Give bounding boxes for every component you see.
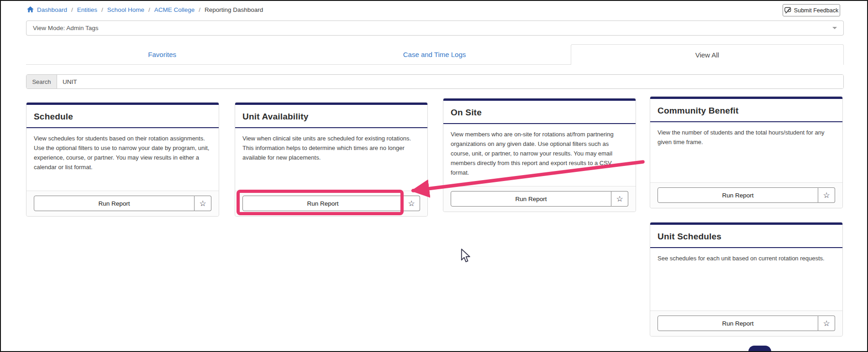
- tab-favorites[interactable]: Favorites: [26, 44, 298, 64]
- breadcrumb-separator: /: [148, 6, 150, 13]
- run-report-button-community-benefit[interactable]: Run Report: [658, 187, 818, 203]
- run-report-button-on-site[interactable]: Run Report: [451, 191, 611, 207]
- view-mode-select[interactable]: View Mode: Admin Tags: [26, 21, 844, 36]
- card-footer: Run Report ☆: [26, 191, 219, 216]
- card-description: View the number of students and the tota…: [650, 122, 842, 182]
- card-description: View when clinical site units are schedu…: [235, 128, 427, 191]
- breadcrumb-separator: /: [101, 6, 103, 13]
- search-label: Search: [26, 75, 57, 88]
- breadcrumb-separator: /: [71, 6, 73, 13]
- breadcrumb-link-entities[interactable]: Entities: [77, 6, 97, 13]
- star-icon: ☆: [616, 194, 623, 204]
- breadcrumb-link-dashboard[interactable]: Dashboard: [37, 6, 67, 13]
- star-icon: ☆: [823, 319, 830, 328]
- report-card-schedule: Schedule View schedules for students bas…: [26, 102, 219, 217]
- card-footer: Run Report ☆: [650, 182, 842, 208]
- favorite-star-button-schedule[interactable]: ☆: [195, 196, 211, 211]
- report-card-unit-schedules: Unit Schedules See schedules for each un…: [650, 222, 843, 336]
- breadcrumb-separator: /: [199, 6, 200, 13]
- search-input[interactable]: [57, 75, 843, 88]
- run-report-button-unit-availability[interactable]: Run Report: [242, 196, 403, 211]
- report-card-community-benefit: Community Benefit View the number of stu…: [650, 96, 843, 208]
- breadcrumb: Dashboard / Entities / School Home / ACM…: [27, 5, 263, 15]
- favorite-star-button-community-benefit[interactable]: ☆: [818, 187, 835, 203]
- breadcrumb-current-page: Reporting Dashboard: [205, 6, 263, 13]
- card-title: Schedule: [26, 105, 219, 127]
- card-footer: Run Report ☆: [235, 191, 427, 216]
- mouse-cursor: [460, 248, 471, 265]
- tab-view-all[interactable]: View All: [571, 44, 844, 65]
- star-icon: ☆: [199, 199, 206, 208]
- card-title: On Site: [443, 101, 636, 123]
- star-icon: ☆: [823, 191, 830, 200]
- card-footer: Run Report ☆: [650, 311, 842, 336]
- report-card-unit-availability: Unit Availability View when clinical sit…: [235, 102, 428, 217]
- report-tabs: Favorites Case and Time Logs View All: [26, 44, 844, 65]
- favorite-star-button-on-site[interactable]: ☆: [611, 191, 628, 207]
- report-card-on-site: On Site View members who are on-site for…: [443, 98, 636, 212]
- card-description: See schedules for each unit based on cur…: [650, 248, 842, 311]
- run-report-button-unit-schedules[interactable]: Run Report: [658, 316, 818, 331]
- feedback-icon: [784, 7, 792, 14]
- reporting-dashboard-page: Dashboard / Entities / School Home / ACM…: [0, 0, 868, 352]
- tab-case-and-time-logs[interactable]: Case and Time Logs: [298, 44, 570, 64]
- star-icon: ☆: [408, 199, 415, 208]
- card-description: View members who are on-site for rotatio…: [443, 124, 636, 186]
- chat-widget-button[interactable]: [748, 346, 771, 352]
- breadcrumb-link-acme-college[interactable]: ACME College: [154, 6, 195, 13]
- chevron-down-icon: [832, 27, 837, 29]
- card-description: View schedules for students based on the…: [26, 128, 219, 191]
- favorite-star-button-unit-availability[interactable]: ☆: [403, 196, 420, 211]
- card-title: Unit Availability: [235, 105, 427, 127]
- view-mode-value: View Mode: Admin Tags: [33, 25, 99, 31]
- breadcrumb-link-school-home[interactable]: School Home: [107, 6, 144, 13]
- card-footer: Run Report ☆: [443, 186, 636, 212]
- submit-feedback-label: Submit Feedback: [794, 7, 838, 14]
- submit-feedback-button[interactable]: Submit Feedback: [783, 4, 840, 16]
- home-icon: [27, 6, 34, 13]
- run-report-button-schedule[interactable]: Run Report: [34, 196, 195, 211]
- card-title: Community Benefit: [650, 99, 842, 121]
- card-title: Unit Schedules: [650, 225, 842, 247]
- search-bar: Search: [26, 74, 844, 89]
- favorite-star-button-unit-schedules[interactable]: ☆: [818, 316, 835, 331]
